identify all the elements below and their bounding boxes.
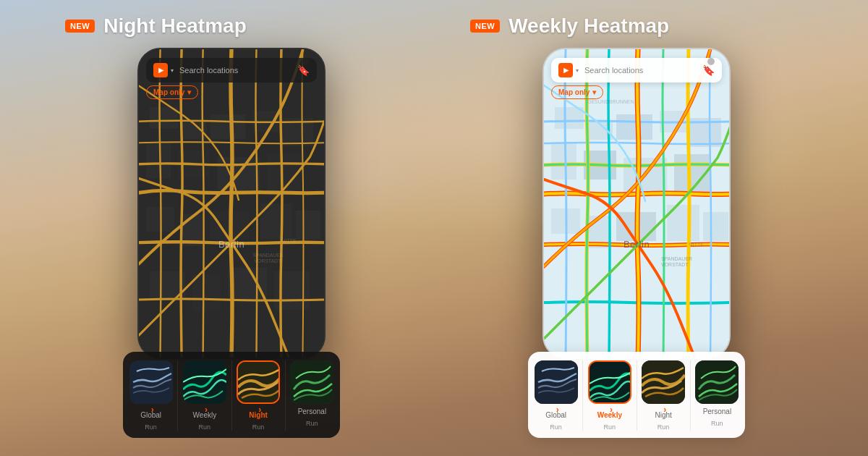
weekly-strava-icon: ▶ xyxy=(558,63,573,77)
night-tab-night[interactable]: › Night Run xyxy=(237,360,281,431)
weekly-thumb-weekly xyxy=(588,360,631,404)
night-bookmark-icon[interactable]: 🔖 xyxy=(297,64,310,76)
svg-text:VORSTADT: VORSTADT xyxy=(255,258,282,263)
svg-rect-6 xyxy=(146,143,171,178)
night-map-only-chevron: ▾ xyxy=(187,88,191,96)
svg-rect-27 xyxy=(555,107,584,129)
night-thumb-personal xyxy=(290,360,333,404)
night-personal-sub: Run xyxy=(306,420,318,427)
night-sep-2 xyxy=(231,360,232,431)
night-map-area: SPANDAUER VORSTADT MITTE ▶ ▾ Search loca… xyxy=(139,49,324,358)
weekly-sep-3 xyxy=(690,360,691,431)
night-weekly-arrow: › xyxy=(205,405,208,415)
weekly-global-arrow: › xyxy=(556,405,559,415)
night-night-arrow: › xyxy=(258,405,261,415)
weekly-thumb-night xyxy=(642,360,685,404)
weekly-panel-header: NEW Weekly Heatmap xyxy=(463,14,669,38)
night-panel-title: Night Heatmap xyxy=(103,14,247,38)
night-tab-personal[interactable]: Personal Run xyxy=(290,360,334,431)
night-map-only-button[interactable]: Map only ▾ xyxy=(146,85,198,99)
night-heatmap-panel: NEW Night Heatmap xyxy=(58,14,405,438)
svg-text:SPANDAUER: SPANDAUER xyxy=(661,256,692,261)
night-berlin-label: Berlin xyxy=(218,239,244,250)
night-new-badge: NEW xyxy=(65,20,95,33)
weekly-search-text[interactable]: Search locations xyxy=(584,66,697,75)
night-sep-1 xyxy=(177,360,178,431)
weekly-map-only-label: Map only xyxy=(558,88,590,96)
weekly-new-badge: NEW xyxy=(470,20,500,33)
night-tab-weekly[interactable]: › Weekly Run xyxy=(182,360,226,431)
main-container: NEW Night Heatmap xyxy=(0,0,868,456)
svg-rect-1 xyxy=(150,107,178,129)
weekly-tab-night[interactable]: › Night Run xyxy=(642,360,686,431)
weekly-personal-label: Personal xyxy=(703,408,731,416)
weekly-bookmark-icon[interactable]: 🔖 xyxy=(702,64,715,76)
weekly-sep-1 xyxy=(582,360,583,431)
weekly-strava-icon-wrap: ▶ ▾ xyxy=(558,63,579,77)
night-personal-label: Personal xyxy=(298,408,326,416)
weekly-night-sub: Run xyxy=(658,423,670,431)
night-thumb-global xyxy=(129,360,173,404)
night-search-bar[interactable]: ▶ ▾ Search locations 🔖 xyxy=(146,58,317,83)
night-night-sub: Run xyxy=(252,423,265,431)
weekly-bottom-bar: › Global Run › xyxy=(528,352,745,438)
night-phone-frame: SPANDAUER VORSTADT MITTE ▶ ▾ Search loca… xyxy=(137,48,326,359)
night-search-text[interactable]: Search locations xyxy=(179,66,292,75)
night-weekly-sub: Run xyxy=(199,423,211,431)
svg-rect-32 xyxy=(551,143,576,180)
weekly-search-bar[interactable]: ▶ ▾ Search locations 🔖 xyxy=(551,58,722,83)
weekly-global-sub: Run xyxy=(550,423,562,431)
night-thumb-weekly xyxy=(183,360,226,404)
weekly-map-area: SPANDAUER VORSTADT MITTE GESUNDBRUNNEN ▶… xyxy=(544,49,729,358)
svg-text:VORSTADT: VORSTADT xyxy=(661,262,689,267)
night-global-arrow: › xyxy=(151,405,154,415)
weekly-sep-2 xyxy=(637,360,637,431)
weekly-personal-sub: Run xyxy=(711,420,723,427)
night-panel-header: NEW Night Heatmap xyxy=(58,14,247,38)
night-map-only-label: Map only xyxy=(153,88,184,96)
svg-rect-3 xyxy=(210,114,245,139)
night-sep-3 xyxy=(285,360,286,431)
svg-text:SPANDAUER: SPANDAUER xyxy=(253,253,284,258)
weekly-chevron-icon: ▾ xyxy=(576,67,579,74)
weekly-map-only-chevron: ▾ xyxy=(592,88,596,96)
night-thumb-night xyxy=(237,360,280,404)
weekly-weekly-arrow: › xyxy=(610,405,613,415)
night-strava-icon: ▶ xyxy=(153,63,168,77)
weekly-berlin-label: Berlin xyxy=(624,239,650,250)
weekly-panel-title: Weekly Heatmap xyxy=(509,14,669,38)
weekly-night-arrow: › xyxy=(663,405,666,415)
weekly-map-only-button[interactable]: Map only ▾ xyxy=(551,85,603,99)
night-tab-global[interactable]: › Global Run xyxy=(129,360,173,431)
night-strava-icon-wrap: ▶ ▾ xyxy=(153,63,174,77)
svg-text:GESUNDBRUNNEN: GESUNDBRUNNEN xyxy=(587,99,634,104)
svg-rect-29 xyxy=(616,114,652,140)
weekly-weekly-sub: Run xyxy=(604,423,616,431)
night-global-sub: Run xyxy=(145,423,157,431)
weekly-tab-global[interactable]: › Global Run xyxy=(534,360,578,431)
weekly-tab-weekly[interactable]: › Weekly Run xyxy=(587,360,631,431)
svg-rect-14 xyxy=(296,211,320,239)
weekly-phone-frame: SPANDAUER VORSTADT MITTE GESUNDBRUNNEN ▶… xyxy=(542,48,731,359)
svg-text:MITTE: MITTE xyxy=(689,242,704,247)
svg-text:MITTE: MITTE xyxy=(281,238,297,243)
night-chevron-icon: ▾ xyxy=(171,67,174,74)
weekly-tab-personal[interactable]: Personal Run xyxy=(695,360,739,431)
weekly-thumb-personal xyxy=(695,360,739,404)
svg-rect-16 xyxy=(192,274,221,310)
night-bottom-bar: › Global Run › xyxy=(123,352,340,438)
weekly-thumb-global xyxy=(535,360,578,404)
weekly-heatmap-panel: NEW Weekly Heatmap xyxy=(463,14,810,438)
svg-rect-40 xyxy=(703,212,728,241)
